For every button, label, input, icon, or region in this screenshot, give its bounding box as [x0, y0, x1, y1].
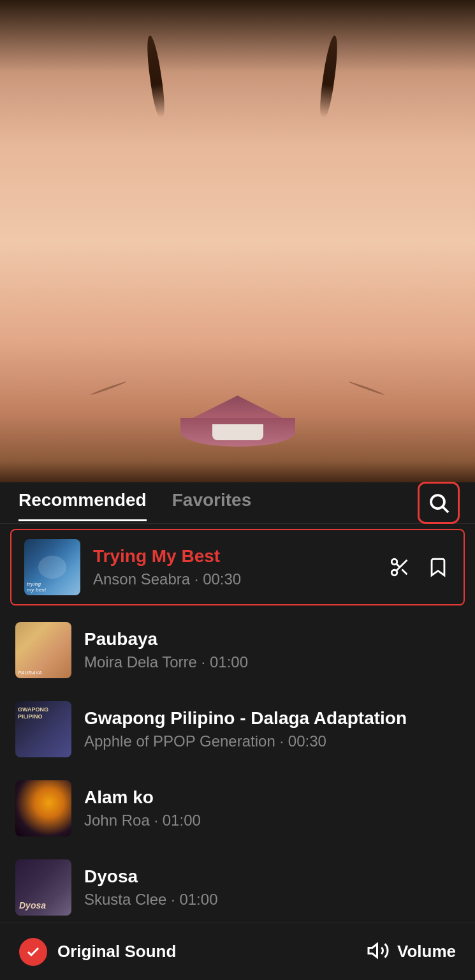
song-meta-gwapong-pilipino: Apphle of PPOP Generation · 00:30	[84, 732, 460, 750]
volume-section[interactable]: Volume	[367, 939, 456, 965]
song-list: tryingmy best Trying My Best Anson Seabr…	[0, 524, 475, 923]
song-meta-trying-my-best: Anson Seabra · 00:30	[93, 570, 387, 588]
speaker-icon	[367, 939, 390, 962]
thumb-label-trying: tryingmy best	[27, 581, 46, 593]
volume-icon	[367, 939, 390, 965]
song-info-gwapong-pilipino: Gwapong Pilipino - Dalaga Adaptation App…	[84, 708, 460, 750]
song-title-trying-my-best: Trying My Best	[93, 546, 387, 567]
song-info-trying-my-best: Trying My Best Anson Seabra · 00:30	[93, 546, 387, 588]
eyebrow-right	[318, 34, 340, 118]
song-meta-paubaya: Moira Dela Torre · 01:00	[84, 653, 460, 671]
tabs-row: Recommended Favorites	[0, 482, 475, 524]
nose-shadow-right	[348, 381, 384, 396]
song-meta-alam-ko: John Roa · 01:00	[84, 812, 460, 829]
bookmark-icon	[427, 556, 449, 578]
song-meta-dyosa: Skusta Clee · 01:00	[84, 891, 460, 909]
song-title-paubaya: Paubaya	[84, 629, 460, 650]
song-thumb-gwapong-pilipino	[15, 701, 71, 757]
song-title-dyosa: Dyosa	[84, 866, 460, 887]
bottom-panel: Recommended Favorites tryingmy best Tryi…	[0, 482, 475, 980]
song-info-dyosa: Dyosa Skusta Clee · 01:00	[84, 866, 460, 909]
video-preview	[0, 0, 475, 485]
eyebrow-left	[144, 34, 167, 118]
song-item-trying-my-best[interactable]: tryingmy best Trying My Best Anson Seabr…	[10, 529, 465, 605]
svg-point-3	[391, 570, 397, 575]
song-info-paubaya: Paubaya Moira Dela Torre · 01:00	[84, 629, 460, 671]
teeth	[212, 424, 263, 440]
song-title-alam-ko: Alam ko	[84, 787, 460, 808]
song-info-alam-ko: Alam ko John Roa · 01:00	[84, 787, 460, 829]
song-thumb-paubaya: PAUBAYA	[15, 622, 71, 678]
song-thumb-alam-ko	[15, 780, 71, 836]
scissors-icon	[389, 556, 411, 578]
song-item-gwapong-pilipino[interactable]: Gwapong Pilipino - Dalaga Adaptation App…	[0, 690, 475, 769]
song-thumb-dyosa	[15, 859, 71, 916]
thumb-label-paubaya: PAUBAYA	[18, 670, 42, 676]
svg-line-5	[402, 570, 407, 575]
volume-label: Volume	[397, 942, 456, 961]
original-sound-section[interactable]: Original Sound	[19, 938, 176, 966]
lip-upper	[187, 396, 289, 421]
song-item-dyosa[interactable]: Dyosa Skusta Clee · 01:00	[0, 848, 475, 923]
svg-point-0	[431, 495, 444, 509]
nose-shadow-left	[90, 381, 126, 396]
song-item-paubaya[interactable]: PAUBAYA Paubaya Moira Dela Torre · 01:00	[0, 611, 475, 690]
search-icon	[427, 491, 450, 514]
svg-line-6	[397, 564, 400, 567]
svg-point-2	[391, 559, 397, 565]
song-thumb-trying-my-best: tryingmy best	[24, 539, 80, 595]
song-item-alam-ko[interactable]: Alam ko John Roa · 01:00	[0, 769, 475, 848]
tab-favorites[interactable]: Favorites	[172, 490, 252, 516]
check-icon	[26, 944, 41, 960]
lips-area	[174, 396, 302, 447]
tab-recommended[interactable]: Recommended	[18, 490, 147, 516]
svg-marker-7	[369, 944, 377, 957]
check-circle	[19, 938, 47, 966]
search-button[interactable]	[418, 482, 460, 524]
song-actions-trying-my-best	[387, 554, 451, 580]
svg-line-1	[443, 507, 448, 512]
scissors-button[interactable]	[387, 554, 413, 580]
bookmark-button[interactable]	[425, 554, 451, 580]
original-sound-label: Original Sound	[57, 942, 176, 961]
song-title-gwapong-pilipino: Gwapong Pilipino - Dalaga Adaptation	[84, 708, 460, 729]
bottom-bar: Original Sound Volume	[0, 923, 475, 980]
